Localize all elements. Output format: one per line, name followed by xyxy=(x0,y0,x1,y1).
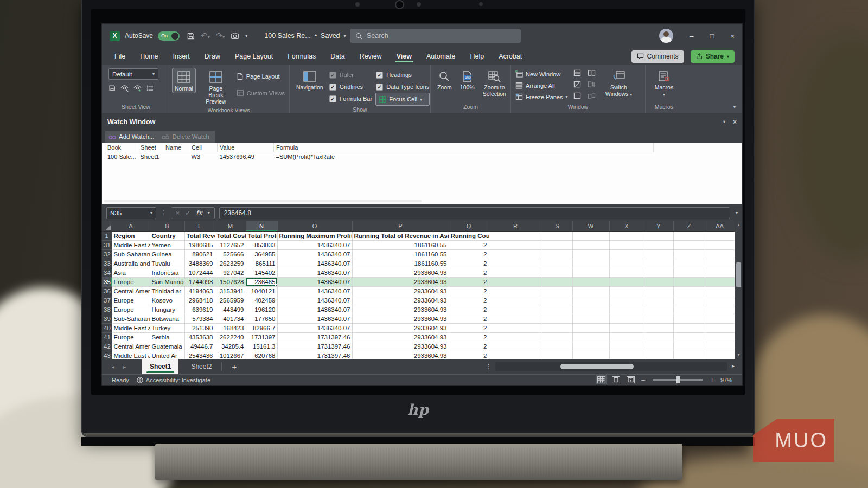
zoom-to-selection-button[interactable]: Zoom to Selection xyxy=(481,68,508,98)
page-break-preview-button[interactable]: Page Break Preview xyxy=(199,68,233,106)
expand-formula-bar-icon[interactable]: ▾ xyxy=(736,210,738,215)
cell-M42[interactable]: 34285.4 xyxy=(215,342,246,351)
cell-Z36[interactable] xyxy=(673,286,705,296)
keep-sheet-view-icon[interactable] xyxy=(108,85,116,92)
cell-M32[interactable]: 525666 xyxy=(215,249,246,259)
cell-S43[interactable] xyxy=(542,351,572,359)
row-header-36[interactable]: 36 xyxy=(102,286,112,296)
cell-S41[interactable] xyxy=(542,332,572,342)
cell-B40[interactable]: Turkey xyxy=(150,323,184,332)
cell-X33[interactable] xyxy=(609,259,644,268)
cell-L42[interactable]: 49446.7 xyxy=(184,342,215,351)
tab-home[interactable]: Home xyxy=(139,49,158,63)
autosave-toggle[interactable]: On xyxy=(158,31,180,41)
cell-L33[interactable]: 3488369 xyxy=(184,259,215,268)
cell-N1[interactable]: Total Profi xyxy=(246,231,277,240)
cell-AA35[interactable] xyxy=(705,277,735,286)
cell-P41[interactable]: 2933604.93 xyxy=(352,332,449,342)
cell-S38[interactable] xyxy=(542,305,572,314)
switch-windows-button[interactable]: Switch Windows ▾ xyxy=(602,68,636,98)
share-button[interactable]: Share ▾ xyxy=(691,50,735,63)
cell-W42[interactable] xyxy=(572,342,609,351)
cell-N42[interactable]: 15161.3 xyxy=(246,342,277,351)
delete-watch-button[interactable]: Delete Watch xyxy=(162,133,209,140)
cell-R42[interactable] xyxy=(489,342,542,351)
scroll-down-icon[interactable]: ▼ xyxy=(735,351,742,359)
restore-button[interactable]: □ xyxy=(710,32,714,40)
cell-Q34[interactable]: 2 xyxy=(449,268,489,277)
row-header-42[interactable]: 42 xyxy=(102,342,112,351)
cell-R40[interactable] xyxy=(489,323,542,332)
cell-L38[interactable]: 639619 xyxy=(184,305,215,314)
cell-AA1[interactable] xyxy=(705,231,735,240)
cell-B32[interactable]: Guinea xyxy=(150,249,184,259)
cell-X40[interactable] xyxy=(609,323,644,332)
cell-W1[interactable] xyxy=(572,231,609,240)
cell-R34[interactable] xyxy=(489,268,542,277)
cell-B33[interactable]: Tuvalu xyxy=(150,259,184,268)
cell-Z43[interactable] xyxy=(673,351,705,359)
cell-S36[interactable] xyxy=(542,286,572,296)
camera-icon[interactable] xyxy=(231,32,239,40)
cell-X37[interactable] xyxy=(609,296,644,305)
column-header-O[interactable]: O xyxy=(277,221,352,231)
collapse-ribbon-icon[interactable]: ▾ xyxy=(733,105,736,110)
cell-S32[interactable] xyxy=(542,249,572,259)
cell-X35[interactable] xyxy=(609,277,644,286)
column-header-M[interactable]: M xyxy=(215,221,246,231)
cell-Z31[interactable] xyxy=(673,240,705,249)
hscroll-right-icon[interactable]: ▸ xyxy=(732,363,735,369)
save-status[interactable]: Saved xyxy=(321,32,340,40)
cell-L32[interactable]: 890621 xyxy=(184,249,215,259)
column-header-W[interactable]: W xyxy=(572,221,609,231)
cell-R43[interactable] xyxy=(489,351,542,359)
row-header-41[interactable]: 41 xyxy=(102,332,112,342)
zoom-button[interactable]: Zoom xyxy=(435,68,454,92)
vertical-scrollbar[interactable]: ▲ ▼ xyxy=(735,221,742,359)
cell-W39[interactable] xyxy=(572,314,609,323)
cell-R38[interactable] xyxy=(489,305,542,314)
document-title[interactable]: 100 Sales Re... xyxy=(264,32,310,40)
freeze-panes-button[interactable]: Freeze Panes▾ xyxy=(515,91,568,102)
focus-cell-button[interactable]: Focus Cell ▾ xyxy=(376,93,429,105)
cell-L31[interactable]: 1980685 xyxy=(184,240,215,249)
cell-Q36[interactable]: 2 xyxy=(449,286,489,296)
watch-row[interactable]: 100 Sale...Sheet1W314537696.49=SUM(Profi… xyxy=(105,152,654,162)
tab-review[interactable]: Review xyxy=(359,49,382,63)
horizontal-scrollbar[interactable] xyxy=(495,362,727,371)
save-icon[interactable] xyxy=(187,32,195,40)
column-header-L[interactable]: L xyxy=(184,221,215,231)
cell-Y1[interactable] xyxy=(644,231,673,240)
row-header-34[interactable]: 34 xyxy=(102,268,112,277)
zoom-slider-thumb[interactable] xyxy=(676,376,680,383)
row-header-33[interactable]: 33 xyxy=(102,259,112,268)
cell-L36[interactable]: 4194063 xyxy=(184,286,215,296)
cell-AA36[interactable] xyxy=(705,286,735,296)
row-header-35[interactable]: 35 xyxy=(102,277,112,286)
exit-sheet-view-icon[interactable] xyxy=(120,85,129,92)
sheet-view-options-icon[interactable] xyxy=(146,85,154,92)
confirm-entry-icon[interactable]: ✓ xyxy=(185,209,190,217)
new-window-button[interactable]: New Window xyxy=(515,68,568,80)
cell-P37[interactable]: 2933604.93 xyxy=(352,296,449,305)
cell-M38[interactable]: 443499 xyxy=(215,305,246,314)
cell-O34[interactable]: 1436340.07 xyxy=(277,268,352,277)
save-status-caret-icon[interactable]: ▾ xyxy=(344,34,346,38)
reset-window-position-icon[interactable] xyxy=(587,91,596,100)
new-sheet-view-icon[interactable] xyxy=(133,85,142,92)
cell-N38[interactable]: 196120 xyxy=(246,305,277,314)
cell-Q40[interactable]: 2 xyxy=(449,323,489,332)
cell-L1[interactable]: Total Reve xyxy=(184,231,215,240)
cell-P1[interactable]: Running Total of Revenue in Asia xyxy=(352,231,449,240)
view-side-by-side-icon[interactable] xyxy=(587,68,596,78)
cell-A32[interactable]: Sub-Saharan xyxy=(112,249,150,259)
tab-insert[interactable]: Insert xyxy=(173,49,190,63)
zoom-slider[interactable] xyxy=(653,379,703,381)
cell-B34[interactable]: Indonesia xyxy=(150,268,184,277)
cell-Q43[interactable]: 2 xyxy=(449,351,489,359)
cell-M41[interactable]: 2622240 xyxy=(215,332,246,342)
cell-M36[interactable]: 3153941 xyxy=(215,286,246,296)
cell-P34[interactable]: 2933604.93 xyxy=(352,268,449,277)
cell-X32[interactable] xyxy=(609,249,644,259)
cell-Q31[interactable]: 2 xyxy=(449,240,489,249)
